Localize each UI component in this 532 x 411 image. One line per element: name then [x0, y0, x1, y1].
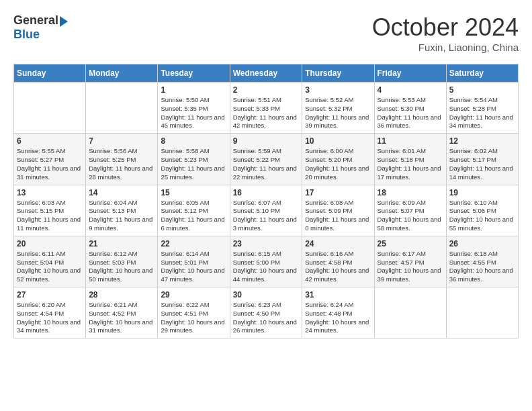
day-info: Sunrise: 6:04 AM Sunset: 5:13 PM Dayligh…	[89, 199, 154, 233]
day-number: 29	[161, 290, 226, 300]
column-header-sunday: Sunday	[14, 64, 86, 83]
day-cell: 16Sunrise: 6:07 AM Sunset: 5:10 PM Dayli…	[230, 185, 302, 236]
day-number: 15	[161, 188, 226, 197]
day-number: 28	[89, 290, 154, 300]
day-number: 11	[378, 136, 443, 146]
day-cell	[374, 287, 446, 338]
calendar-table: SundayMondayTuesdayWednesdayThursdayFrid…	[13, 64, 519, 338]
day-cell: 27Sunrise: 6:20 AM Sunset: 4:54 PM Dayli…	[14, 287, 86, 338]
day-number: 2	[233, 85, 300, 95]
day-cell: 12Sunrise: 6:02 AM Sunset: 5:17 PM Dayli…	[446, 134, 518, 185]
day-cell: 1Sunrise: 5:50 AM Sunset: 5:35 PM Daylig…	[158, 83, 230, 134]
day-cell: 28Sunrise: 6:21 AM Sunset: 4:52 PM Dayli…	[86, 287, 158, 338]
day-info: Sunrise: 6:15 AM Sunset: 5:00 PM Dayligh…	[233, 250, 300, 284]
day-number: 12	[449, 136, 515, 146]
day-cell: 9Sunrise: 5:59 AM Sunset: 5:22 PM Daylig…	[230, 134, 302, 185]
day-number: 24	[305, 239, 371, 248]
day-info: Sunrise: 6:24 AM Sunset: 4:48 PM Dayligh…	[305, 301, 371, 335]
day-cell: 22Sunrise: 6:14 AM Sunset: 5:01 PM Dayli…	[158, 236, 230, 287]
day-number: 3	[305, 85, 371, 95]
day-number: 23	[233, 239, 300, 248]
day-cell: 13Sunrise: 6:03 AM Sunset: 5:15 PM Dayli…	[14, 185, 86, 236]
day-number: 17	[305, 188, 371, 197]
day-number: 7	[89, 136, 154, 146]
logo-blue-text: Blue	[13, 28, 40, 42]
day-cell: 15Sunrise: 6:05 AM Sunset: 5:12 PM Dayli…	[158, 185, 230, 236]
week-row-5: 27Sunrise: 6:20 AM Sunset: 4:54 PM Dayli…	[14, 287, 519, 338]
day-info: Sunrise: 6:07 AM Sunset: 5:10 PM Dayligh…	[233, 199, 300, 233]
day-info: Sunrise: 6:18 AM Sunset: 4:55 PM Dayligh…	[449, 250, 515, 284]
day-cell: 8Sunrise: 5:58 AM Sunset: 5:23 PM Daylig…	[158, 134, 230, 185]
day-info: Sunrise: 6:14 AM Sunset: 5:01 PM Dayligh…	[161, 250, 226, 284]
day-info: Sunrise: 5:55 AM Sunset: 5:27 PM Dayligh…	[17, 147, 83, 181]
day-info: Sunrise: 6:00 AM Sunset: 5:20 PM Dayligh…	[305, 147, 371, 181]
month-title: October 2024	[372, 13, 519, 42]
logo-arrow-icon	[60, 16, 68, 27]
column-header-wednesday: Wednesday	[230, 64, 302, 83]
day-cell: 20Sunrise: 6:11 AM Sunset: 5:04 PM Dayli…	[14, 236, 86, 287]
day-cell: 2Sunrise: 5:51 AM Sunset: 5:33 PM Daylig…	[230, 83, 302, 134]
day-cell: 31Sunrise: 6:24 AM Sunset: 4:48 PM Dayli…	[302, 287, 374, 338]
day-number: 21	[89, 239, 154, 248]
day-info: Sunrise: 5:58 AM Sunset: 5:23 PM Dayligh…	[161, 147, 226, 181]
day-number: 30	[233, 290, 300, 300]
day-info: Sunrise: 6:21 AM Sunset: 4:52 PM Dayligh…	[89, 301, 154, 335]
day-cell: 5Sunrise: 5:54 AM Sunset: 5:28 PM Daylig…	[446, 83, 518, 134]
day-info: Sunrise: 6:22 AM Sunset: 4:51 PM Dayligh…	[161, 301, 226, 335]
day-info: Sunrise: 6:09 AM Sunset: 5:07 PM Dayligh…	[378, 199, 443, 233]
day-cell	[14, 83, 86, 134]
day-cell: 6Sunrise: 5:55 AM Sunset: 5:27 PM Daylig…	[14, 134, 86, 185]
day-info: Sunrise: 6:20 AM Sunset: 4:54 PM Dayligh…	[17, 301, 83, 335]
day-number: 1	[161, 85, 226, 95]
day-info: Sunrise: 6:11 AM Sunset: 5:04 PM Dayligh…	[17, 250, 83, 284]
day-cell: 10Sunrise: 6:00 AM Sunset: 5:20 PM Dayli…	[302, 134, 374, 185]
day-cell: 21Sunrise: 6:12 AM Sunset: 5:03 PM Dayli…	[86, 236, 158, 287]
day-number: 25	[378, 239, 443, 248]
title-block: October 2024 Fuxin, Liaoning, China	[372, 13, 519, 53]
column-header-thursday: Thursday	[302, 64, 374, 83]
day-info: Sunrise: 5:56 AM Sunset: 5:25 PM Dayligh…	[89, 147, 154, 181]
day-number: 13	[17, 188, 83, 197]
day-cell: 4Sunrise: 5:53 AM Sunset: 5:30 PM Daylig…	[374, 83, 446, 134]
day-number: 18	[378, 188, 443, 197]
day-info: Sunrise: 6:10 AM Sunset: 5:06 PM Dayligh…	[449, 199, 515, 233]
day-number: 31	[305, 290, 371, 300]
column-header-saturday: Saturday	[446, 64, 518, 83]
day-info: Sunrise: 5:52 AM Sunset: 5:32 PM Dayligh…	[305, 96, 371, 130]
day-number: 16	[233, 188, 300, 197]
day-number: 10	[305, 136, 371, 146]
day-cell: 30Sunrise: 6:23 AM Sunset: 4:50 PM Dayli…	[230, 287, 302, 338]
day-number: 26	[449, 239, 515, 248]
day-info: Sunrise: 6:12 AM Sunset: 5:03 PM Dayligh…	[89, 250, 154, 284]
day-cell: 7Sunrise: 5:56 AM Sunset: 5:25 PM Daylig…	[86, 134, 158, 185]
column-header-tuesday: Tuesday	[158, 64, 230, 83]
day-info: Sunrise: 5:51 AM Sunset: 5:33 PM Dayligh…	[233, 96, 300, 130]
location-text: Fuxin, Liaoning, China	[372, 42, 519, 53]
day-cell: 29Sunrise: 6:22 AM Sunset: 4:51 PM Dayli…	[158, 287, 230, 338]
day-cell: 18Sunrise: 6:09 AM Sunset: 5:07 PM Dayli…	[374, 185, 446, 236]
day-info: Sunrise: 6:17 AM Sunset: 4:57 PM Dayligh…	[378, 250, 443, 284]
day-cell: 24Sunrise: 6:16 AM Sunset: 4:58 PM Dayli…	[302, 236, 374, 287]
day-cell: 11Sunrise: 6:01 AM Sunset: 5:18 PM Dayli…	[374, 134, 446, 185]
logo: General Blue	[13, 13, 68, 42]
day-cell: 17Sunrise: 6:08 AM Sunset: 5:09 PM Dayli…	[302, 185, 374, 236]
week-row-1: 1Sunrise: 5:50 AM Sunset: 5:35 PM Daylig…	[14, 83, 519, 134]
day-number: 5	[449, 85, 515, 95]
day-info: Sunrise: 5:50 AM Sunset: 5:35 PM Dayligh…	[161, 96, 226, 130]
day-number: 8	[161, 136, 226, 146]
logo-general-text: General	[13, 13, 58, 28]
day-info: Sunrise: 5:53 AM Sunset: 5:30 PM Dayligh…	[378, 96, 443, 130]
day-number: 22	[161, 239, 226, 248]
day-cell: 19Sunrise: 6:10 AM Sunset: 5:06 PM Dayli…	[446, 185, 518, 236]
week-row-4: 20Sunrise: 6:11 AM Sunset: 5:04 PM Dayli…	[14, 236, 519, 287]
day-number: 4	[378, 85, 443, 95]
day-info: Sunrise: 6:23 AM Sunset: 4:50 PM Dayligh…	[233, 301, 300, 335]
column-header-monday: Monday	[86, 64, 158, 83]
day-info: Sunrise: 5:54 AM Sunset: 5:28 PM Dayligh…	[449, 96, 515, 130]
day-cell: 25Sunrise: 6:17 AM Sunset: 4:57 PM Dayli…	[374, 236, 446, 287]
day-number: 9	[233, 136, 300, 146]
day-info: Sunrise: 5:59 AM Sunset: 5:22 PM Dayligh…	[233, 147, 300, 181]
calendar-header-row: SundayMondayTuesdayWednesdayThursdayFrid…	[14, 64, 519, 83]
day-info: Sunrise: 6:16 AM Sunset: 4:58 PM Dayligh…	[305, 250, 371, 284]
day-info: Sunrise: 6:01 AM Sunset: 5:18 PM Dayligh…	[378, 147, 443, 181]
